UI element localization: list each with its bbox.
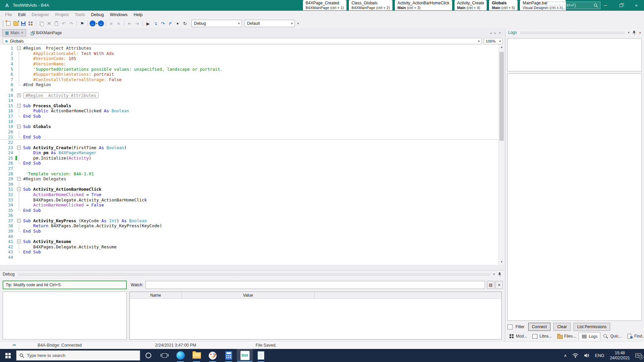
fold-collapse-icon[interactable]: − bbox=[17, 177, 21, 181]
code-line[interactable]: 30 bbox=[0, 181, 498, 187]
panel-tab-logs[interactable]: Logs bbox=[579, 332, 600, 340]
indent-icon[interactable]: ⇥ bbox=[133, 20, 141, 27]
fold-collapse-icon[interactable]: − bbox=[17, 146, 21, 149]
code-line[interactable]: 34 ActionBarHomeClicked = False bbox=[0, 202, 498, 208]
code-line[interactable]: 22 bbox=[0, 140, 498, 145]
build-configuration-select[interactable]: Debug ▾ bbox=[192, 20, 242, 27]
fold-collapse-icon[interactable]: − bbox=[17, 125, 21, 128]
quick-nav-tab[interactable]: Activity_ActionBarHomeClickMain (ctrl + … bbox=[394, 0, 452, 11]
code-line[interactable]: 21End Sub bbox=[0, 134, 498, 140]
code-editor[interactable]: 1−#Region Project Attributes2 #Applicati… bbox=[0, 45, 504, 265]
new-file-icon[interactable] bbox=[5, 20, 12, 27]
menu-tools[interactable]: Tools bbox=[72, 11, 88, 19]
navigate-forward-icon[interactable]: → bbox=[98, 20, 104, 26]
filter-checkbox[interactable] bbox=[507, 324, 513, 329]
menu-project[interactable]: Project bbox=[52, 11, 71, 19]
volume-icon[interactable] bbox=[584, 353, 590, 358]
list-permissions-button[interactable]: List Permissions bbox=[574, 323, 610, 331]
fold-collapse-icon[interactable]: − bbox=[17, 187, 21, 191]
clear-button[interactable]: Clear bbox=[553, 323, 571, 331]
undo-icon[interactable]: ↶ bbox=[60, 20, 67, 27]
copy-icon[interactable] bbox=[38, 20, 45, 27]
fold-collapse-icon[interactable]: − bbox=[17, 46, 21, 50]
collapsed-region[interactable]: #Region Activity Attributes bbox=[23, 93, 99, 98]
code-line[interactable]: 14 bbox=[0, 98, 498, 103]
panel-tab-mod[interactable]: Mod... bbox=[506, 332, 530, 340]
fold-expand-icon[interactable]: + bbox=[17, 94, 21, 97]
outdent-icon[interactable]: ⇤ bbox=[126, 20, 133, 27]
fold-collapse-icon[interactable]: − bbox=[17, 240, 21, 243]
watch-input[interactable] bbox=[146, 281, 485, 289]
watch-eval-icon[interactable]: ▤ bbox=[487, 281, 494, 289]
code-line[interactable]: 26End Sub bbox=[0, 161, 498, 166]
code-line[interactable]: 32 ActionBarHomeClicked = True bbox=[0, 192, 498, 197]
menu-debug[interactable]: Debug bbox=[88, 11, 107, 19]
step-out-icon[interactable]: ↱ bbox=[167, 20, 174, 27]
debug-output-box[interactable] bbox=[3, 292, 127, 340]
quick-nav-tab[interactable]: Activity_CreateMain (ctrl + 4) bbox=[454, 0, 487, 11]
tab-b4xmainpage[interactable]: B4XMainPage bbox=[28, 29, 64, 37]
step-over-icon[interactable]: ↷ bbox=[159, 20, 167, 27]
taskbar-app-notepad[interactable] bbox=[253, 349, 269, 362]
watch-clear-icon[interactable]: × bbox=[495, 281, 503, 289]
code-line[interactable]: 9 bbox=[0, 87, 498, 93]
run-icon[interactable]: ▶ bbox=[145, 20, 152, 27]
code-line[interactable]: 16 Public ActionBarHomeClicked As Boolea… bbox=[0, 108, 498, 114]
menu-file[interactable]: File bbox=[2, 11, 15, 19]
code-line[interactable]: 8#End Region bbox=[0, 82, 498, 87]
scroll-tabs-left-icon[interactable]: ◂ bbox=[490, 31, 492, 35]
panel-menu-icon[interactable]: ▾ bbox=[493, 273, 495, 276]
search-input[interactable]: Search (Ctrl+F) bbox=[546, 2, 600, 9]
code-line[interactable]: 25 pm.Initialize(Activity) bbox=[0, 155, 498, 161]
wifi-icon[interactable] bbox=[572, 353, 579, 358]
logs-filter-box[interactable] bbox=[507, 38, 642, 71]
code-line[interactable]: 1−#Region Project Attributes bbox=[0, 46, 498, 51]
step-into-icon[interactable]: ↴ bbox=[152, 20, 159, 27]
code-line[interactable]: 37−Sub Activity_KeyPress (KeyCode As Int… bbox=[0, 218, 498, 224]
tab-list-icon[interactable]: ▾ bbox=[499, 31, 501, 35]
close-panel-icon[interactable]: × bbox=[639, 30, 641, 35]
fold-collapse-icon[interactable]: − bbox=[17, 104, 21, 108]
taskbar-search-input[interactable]: Type here to search bbox=[16, 350, 140, 361]
scrollbar-thumb[interactable] bbox=[499, 52, 504, 141]
code-line[interactable]: 31−Sub Activity_ActionBarHomeClick bbox=[0, 187, 498, 192]
connect-button[interactable]: Connect bbox=[528, 323, 551, 331]
code-line[interactable]: 20 bbox=[0, 129, 498, 135]
taskbar-app-calculator[interactable] bbox=[221, 349, 237, 362]
code-line[interactable]: 35End Sub bbox=[0, 207, 498, 213]
quick-nav-tab[interactable]: Class_GlobalsB4XMainPage (ctrl + 2) bbox=[348, 0, 393, 11]
menu-designer[interactable]: Designer bbox=[29, 11, 52, 19]
code-line[interactable]: 36 bbox=[0, 213, 498, 218]
code-line[interactable]: 29−#Region Delegates bbox=[0, 176, 498, 182]
code-line[interactable]: 40 bbox=[0, 234, 498, 239]
panel-tab-quic[interactable]: Quic... bbox=[600, 332, 625, 340]
close-tab-icon[interactable]: × bbox=[21, 31, 23, 35]
code-line[interactable]: 18 bbox=[0, 119, 498, 124]
bookmark-icon[interactable]: ⚑ bbox=[78, 20, 86, 27]
code-line[interactable]: 7 #CanInstallToExternalStorage: False bbox=[0, 77, 498, 82]
logs-output-box[interactable] bbox=[507, 73, 642, 321]
start-button[interactable] bbox=[0, 349, 16, 362]
panel-tab-files[interactable]: Files... bbox=[554, 332, 579, 340]
language-indicator[interactable]: ENG bbox=[595, 353, 604, 358]
taskbar-app-b4a[interactable]: B4A bbox=[237, 349, 253, 362]
restart-icon[interactable]: ↻ bbox=[181, 20, 189, 27]
quick-nav-tab[interactable]: B4XPage_CreatedB4XMainPage (ctrl + 1) bbox=[303, 0, 347, 11]
code-line[interactable]: 19−Sub Globals bbox=[0, 124, 498, 129]
watch-table[interactable]: Name Value bbox=[129, 292, 502, 340]
layout-variant-select[interactable]: Default ▾ bbox=[245, 20, 295, 27]
code-line[interactable]: 2 #ApplicationLabel: Test With Ads bbox=[0, 51, 498, 56]
code-line[interactable]: 28 'Template version: B4A-1.01 bbox=[0, 171, 498, 176]
cut-icon[interactable] bbox=[45, 20, 53, 27]
code-line[interactable]: 42 B4XPages.Delegate.Activity_Resume bbox=[0, 244, 498, 250]
panel-menu-icon[interactable]: ▾ bbox=[628, 31, 630, 34]
code-line[interactable]: 3 #VersionCode: 105 bbox=[0, 56, 498, 61]
editor-zoom-select[interactable]: 100% ▾ bbox=[484, 38, 502, 44]
comment-icon[interactable]: ≡ bbox=[108, 20, 115, 27]
code-line[interactable]: 23−Sub Activity_Create(FirstTime As Bool… bbox=[0, 145, 498, 150]
taskbar-clock[interactable]: 15:48 24/02/2021 bbox=[610, 351, 630, 361]
action-center-icon[interactable]: 2 bbox=[635, 353, 641, 358]
code-line[interactable]: 27 bbox=[0, 166, 498, 171]
watch-col-name[interactable]: Name bbox=[130, 292, 182, 298]
close-button[interactable]: × bbox=[629, 0, 644, 11]
